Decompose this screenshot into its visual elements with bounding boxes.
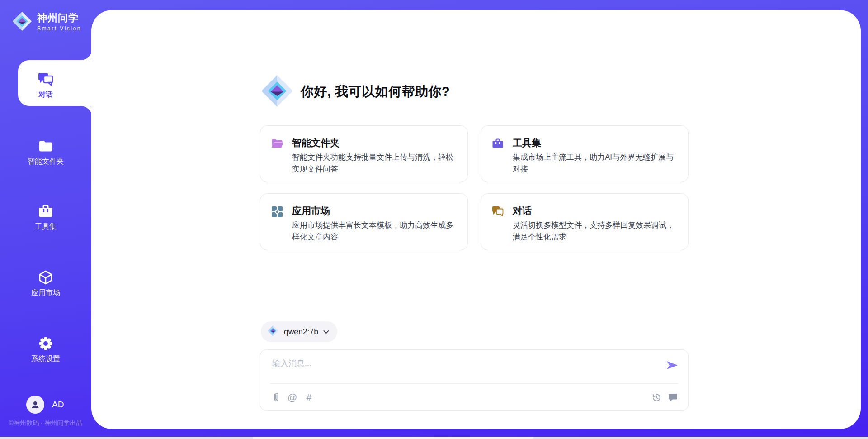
mention-button[interactable]: @	[288, 391, 297, 403]
sidebar-item-smart-folder[interactable]: 智能文件夹	[0, 138, 91, 167]
card-smart-folder[interactable]: 智能文件夹 智能文件夹功能支持批量文件上传与清洗，轻松实现文件问答	[260, 125, 468, 182]
speech-bubble-icon	[669, 393, 677, 401]
brand-diamond-icon	[260, 73, 294, 110]
sidebar-item-label: 智能文件夹	[28, 157, 64, 167]
brand-logo: 神州问学 Smart Vision	[12, 11, 81, 33]
paperclip-icon	[273, 392, 279, 403]
user-account[interactable]: AD	[26, 396, 64, 414]
card-description: 集成市场上主流工具，助力AI与外界无缝扩展与对接	[513, 152, 681, 175]
chevron-down-icon	[323, 328, 329, 336]
brand-subtitle: Smart Vision	[37, 26, 81, 32]
card-app-market[interactable]: 应用市场 应用市场提供丰富长文本模板，助力高效生成多样化文章内容	[260, 193, 468, 250]
send-button[interactable]	[666, 361, 678, 370]
folder-icon	[38, 138, 53, 154]
sidebar-item-chat[interactable]: 对话	[0, 72, 91, 100]
app-grid-icon	[271, 206, 284, 218]
model-selector[interactable]: qwen2:7b	[261, 321, 337, 342]
card-description: 智能文件夹功能支持批量文件上传与清洗，轻松实现文件问答	[292, 152, 460, 175]
card-chat[interactable]: 对话 灵活切换多模型文件，支持多样回复效果调试，满足个性化需求	[481, 193, 689, 250]
sidebar-item-app-market[interactable]: 应用市场	[0, 270, 91, 298]
horizontal-scrollbar[interactable]	[0, 437, 868, 439]
history-icon	[652, 393, 661, 402]
app-window: 神州问学 Smart Vision 对话 智能文件夹	[0, 0, 868, 439]
hash-icon: #	[306, 392, 311, 403]
attachment-button[interactable]	[271, 391, 280, 403]
sidebar-item-label: 对话	[38, 90, 53, 100]
folder-open-icon	[271, 138, 284, 150]
avatar	[26, 396, 44, 414]
card-title: 智能文件夹	[292, 137, 340, 149]
card-toolset[interactable]: 工具集 集成市场上主流工具，助力AI与外界无缝扩展与对接	[481, 125, 689, 182]
brand-diamond-icon	[12, 11, 33, 33]
composer-left-tools: @ #	[271, 391, 313, 403]
composer-divider	[270, 383, 678, 384]
brand-title: 神州问学	[37, 13, 81, 24]
chat-icon	[38, 72, 54, 87]
send-icon	[666, 361, 678, 370]
card-description: 应用市场提供丰富长文本模板，助力高效生成多样化文章内容	[292, 220, 460, 243]
sidebar-item-label: 系统设置	[31, 354, 60, 364]
sidebar-footer: ©神州数码 · 神州问学出品	[0, 419, 91, 427]
sidebar-item-label: 应用市场	[31, 288, 60, 298]
hash-button[interactable]: #	[304, 391, 313, 403]
at-icon: @	[288, 392, 297, 403]
sidebar-item-label: 工具集	[35, 222, 57, 232]
card-description: 灵活切换多模型文件，支持多样回复效果调试，满足个性化需求	[513, 220, 681, 243]
model-name: qwen2:7b	[284, 327, 318, 337]
greeting-block: 你好, 我可以如何帮助你?	[260, 73, 450, 110]
history-button[interactable]	[652, 391, 661, 403]
brand-diamond-icon	[267, 325, 279, 339]
sidebar-item-toolset[interactable]: 工具集	[0, 204, 91, 232]
sidebar-item-settings[interactable]: 系统设置	[0, 336, 91, 364]
briefcase-icon	[492, 138, 505, 150]
cube-icon	[38, 270, 53, 285]
card-title: 对话	[513, 205, 532, 217]
message-input[interactable]	[271, 357, 653, 381]
briefcase-icon	[38, 204, 54, 219]
user-name: AD	[52, 400, 64, 410]
message-composer: @ #	[260, 349, 689, 411]
quick-replies-button[interactable]	[668, 391, 677, 403]
gear-icon	[38, 336, 53, 351]
main-panel: 你好, 我可以如何帮助你? 智能文件夹 智能文件夹功能支持批量文件上传与清洗，轻…	[91, 10, 861, 429]
sidebar: 神州问学 Smart Vision 对话 智能文件夹	[0, 0, 91, 439]
greeting-text: 你好, 我可以如何帮助你?	[301, 83, 450, 101]
chat-icon	[492, 206, 505, 218]
feature-cards: 智能文件夹 智能文件夹功能支持批量文件上传与清洗，轻松实现文件问答 工具集 集成…	[260, 125, 689, 250]
composer-right-tools	[652, 391, 677, 403]
scrollbar-thumb[interactable]	[253, 437, 533, 439]
card-title: 工具集	[513, 137, 541, 149]
card-title: 应用市场	[292, 205, 330, 217]
person-icon	[30, 400, 40, 410]
